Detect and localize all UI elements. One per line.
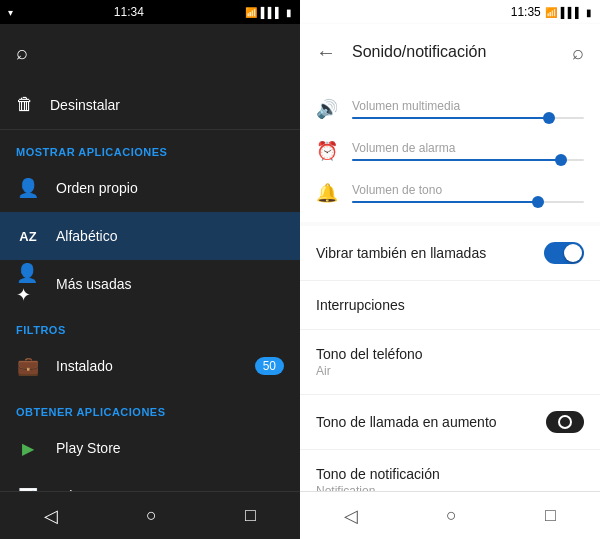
uninstall-label: Desinstalar (50, 97, 120, 113)
left-header: ⌕ (0, 24, 300, 80)
search-icon-left[interactable]: ⌕ (16, 41, 28, 64)
trash-icon: 🗑 (16, 94, 34, 115)
tono-notif-subtitle: Notification (316, 484, 584, 491)
playstore-icon: ▶ (16, 436, 40, 460)
instalado-label: Instalado (56, 358, 239, 374)
right-header: ← Sonido/notificación ⌕ (300, 24, 600, 80)
signal-icon-left: ▌▌▌ (261, 7, 282, 18)
right-status-icons: 📶 ▌▌▌ ▮ (545, 7, 592, 18)
left-status-icons: ▾ (8, 7, 13, 18)
volume-alarma-row: ⏰ Volumen de alarma (300, 130, 600, 172)
volume-alarma-thumb (555, 154, 567, 166)
tono-notif-title: Tono de notificación (316, 466, 584, 482)
tono-llamada-toggle[interactable] (546, 411, 584, 433)
instalado-badge: 50 (255, 357, 284, 375)
interrupciones-text: Interrupciones (316, 297, 584, 313)
volume-multimedia-thumb (543, 112, 555, 124)
volume-multimedia-content: Volumen multimedia (352, 99, 584, 119)
wifi-icon-right: 📶 (545, 7, 557, 18)
whatsnew-icon: 📊 (16, 484, 40, 491)
left-panel: ▾ 11:34 📶 ▌▌▌ ▮ ⌕ 🗑 Desinstalar MOSTRAR … (0, 0, 300, 539)
alfabetico-label: Alfabético (56, 228, 284, 244)
menu-item-orden-propio[interactable]: 👤 Orden propio (0, 164, 300, 212)
volume-tono-row: 🔔 Volumen de tono (300, 172, 600, 214)
volume-tono-fill (352, 201, 538, 203)
volume-tono-icon: 🔔 (316, 182, 340, 204)
volume-multimedia-track[interactable] (352, 117, 584, 119)
menu-item-instalado[interactable]: 💼 Instalado 50 (0, 342, 300, 390)
volume-alarma-fill (352, 159, 561, 161)
section-mostrar-label: MOSTRAR APLICACIONES (16, 146, 167, 158)
back-button-left[interactable]: ◁ (28, 497, 74, 535)
signal-icon-right: ▌▌▌ (561, 7, 582, 18)
settings-item-vibrar[interactable]: Vibrar también en llamadas (300, 226, 600, 281)
right-header-title: Sonido/notificación (352, 43, 556, 61)
vibrar-toggle[interactable] (544, 242, 584, 264)
person-star-icon: 👤✦ (16, 272, 40, 296)
volume-multimedia-row: 🔊 Volumen multimedia (300, 88, 600, 130)
menu-item-play-store[interactable]: ▶ Play Store (0, 424, 300, 472)
tono-telefono-text: Tono del teléfono Air (316, 346, 584, 378)
volume-alarma-track[interactable] (352, 159, 584, 161)
menu-content: MOSTRAR APLICACIONES 👤 Orden propio AZ A… (0, 130, 300, 491)
home-button-left[interactable]: ○ (130, 497, 173, 534)
vibrar-toggle-circle (564, 244, 582, 262)
volume-multimedia-fill (352, 117, 549, 119)
orden-propio-label: Orden propio (56, 180, 284, 196)
briefcase-icon: 💼 (16, 354, 40, 378)
left-time: 11:34 (114, 5, 144, 19)
uninstall-item[interactable]: 🗑 Desinstalar (0, 80, 300, 130)
menu-item-alfabetico[interactable]: AZ Alfabético (0, 212, 300, 260)
volume-alarma-label: Volumen de alarma (352, 141, 584, 155)
left-right-status-icons: 📶 ▌▌▌ ▮ (245, 7, 292, 18)
volume-alarma-content: Volumen de alarma (352, 141, 584, 161)
interrupciones-title: Interrupciones (316, 297, 584, 313)
section-mostrar: MOSTRAR APLICACIONES (0, 130, 300, 164)
volume-alarma-icon: ⏰ (316, 140, 340, 162)
section-obtener-label: OBTENER APLICACIONES (16, 406, 166, 418)
play-store-label: Play Store (56, 440, 284, 456)
wifi-icon-left: 📶 (245, 7, 257, 18)
status-bar-right: 11:35 📶 ▌▌▌ ▮ (300, 0, 600, 24)
volume-section: 🔊 Volumen multimedia ⏰ Volumen de alarma (300, 80, 600, 222)
back-icon-right[interactable]: ← (308, 33, 344, 72)
whats-new-label: What's New (56, 488, 284, 491)
menu-item-whats-new[interactable]: 📊 What's New (0, 472, 300, 491)
volume-tono-track[interactable] (352, 201, 584, 203)
settings-content: 🔊 Volumen multimedia ⏰ Volumen de alarma (300, 80, 600, 491)
tono-telefono-subtitle: Air (316, 364, 584, 378)
recent-button-right[interactable]: □ (529, 497, 572, 534)
vibrar-text: Vibrar también en llamadas (316, 245, 544, 261)
volume-tono-thumb (532, 196, 544, 208)
battery-icon-right: ▮ (586, 7, 592, 18)
section-obtener: OBTENER APLICACIONES (0, 390, 300, 424)
right-panel: 11:35 📶 ▌▌▌ ▮ ← Sonido/notificación ⌕ 🔊 … (300, 0, 600, 539)
home-button-right[interactable]: ○ (430, 497, 473, 534)
tono-llamada-title: Tono de llamada en aumento (316, 414, 546, 430)
right-bottom-nav: ◁ ○ □ (300, 491, 600, 539)
settings-item-tono-llamada[interactable]: Tono de llamada en aumento (300, 395, 600, 450)
volume-multimedia-icon: 🔊 (316, 98, 340, 120)
settings-item-tono-notif[interactable]: Tono de notificación Notification (300, 450, 600, 491)
section-filtros-label: FILTROS (16, 324, 66, 336)
menu-item-mas-usadas[interactable]: 👤✦ Más usadas (0, 260, 300, 308)
section-filtros: FILTROS (0, 308, 300, 342)
dropdown-icon: ▾ (8, 7, 13, 18)
settings-item-tono-telefono[interactable]: Tono del teléfono Air (300, 330, 600, 395)
person-icon: 👤 (16, 176, 40, 200)
settings-item-interrupciones[interactable]: Interrupciones (300, 281, 600, 330)
tono-llamada-toggle-inner (558, 415, 572, 429)
right-time: 11:35 (511, 5, 541, 19)
az-icon: AZ (16, 224, 40, 248)
mas-usadas-label: Más usadas (56, 276, 284, 292)
back-button-right[interactable]: ◁ (328, 497, 374, 535)
status-bar-left: ▾ 11:34 📶 ▌▌▌ ▮ (0, 0, 300, 24)
vibrar-title: Vibrar también en llamadas (316, 245, 544, 261)
volume-tono-label: Volumen de tono (352, 183, 584, 197)
search-icon-right[interactable]: ⌕ (564, 33, 592, 72)
left-bottom-nav: ◁ ○ □ (0, 491, 300, 539)
recent-button-left[interactable]: □ (229, 497, 272, 534)
volume-multimedia-label: Volumen multimedia (352, 99, 584, 113)
tono-telefono-title: Tono del teléfono (316, 346, 584, 362)
tono-notif-text: Tono de notificación Notification (316, 466, 584, 491)
